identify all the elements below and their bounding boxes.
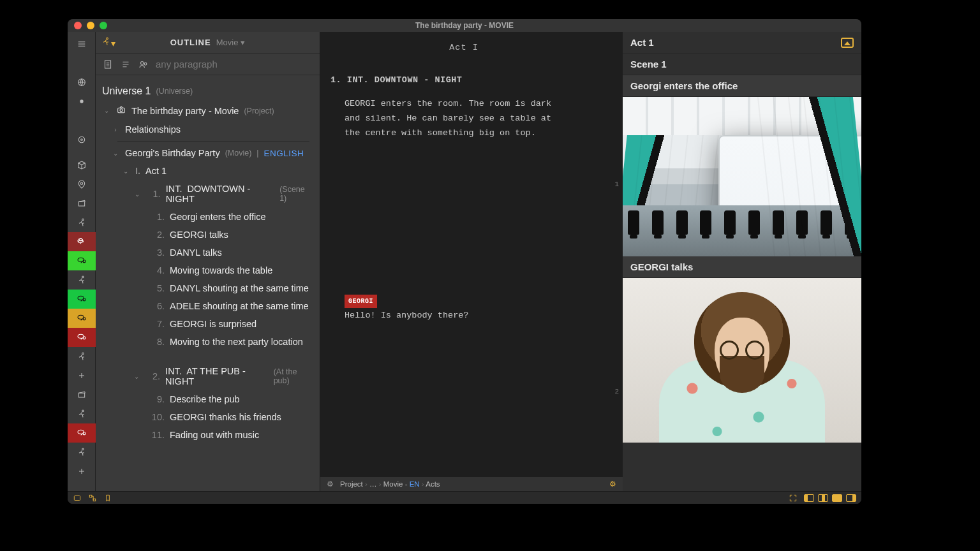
preview-image-portrait[interactable]: [623, 278, 861, 443]
chevron-right-icon[interactable]: ›: [111, 126, 120, 133]
chevron-down-icon[interactable]: ⌄: [133, 191, 141, 198]
outline-tree: Universe 1 (Universe) ⌄ The birthday par…: [96, 75, 320, 491]
fullscreen-icon[interactable]: [789, 494, 798, 503]
running-icon-3[interactable]: [68, 347, 96, 366]
chevron-down-icon[interactable]: ⌄: [102, 107, 111, 114]
preview-card2-header[interactable]: GEORGI talks: [623, 256, 861, 278]
tree-beat[interactable]: 3.DANYL talks: [100, 244, 316, 261]
close-window-button[interactable]: [74, 22, 82, 29]
breadcrumb: Project › … › Movie - EN › Acts: [340, 480, 440, 488]
tree-scene-1[interactable]: ⌄ 1. INT. DOWNTOWN - NIGHT (Scene 1): [100, 180, 316, 208]
preview-panel: Act 1 Scene 1 Georgi enters the office: [623, 32, 861, 491]
scene-slate-icon-2[interactable]: [68, 385, 96, 404]
add-icon-2[interactable]: [68, 462, 96, 481]
page-number-2: 2: [614, 386, 619, 398]
tree-beat[interactable]: 10.GEORGI thanks his friends: [100, 408, 316, 426]
chevron-down-icon[interactable]: ⌄: [121, 168, 130, 175]
add-icon[interactable]: [68, 366, 96, 385]
character-amber-icon[interactable]: [68, 309, 96, 328]
preview-card1-header[interactable]: Georgi enters the office: [623, 75, 861, 97]
character-green2-icon[interactable]: [68, 290, 96, 309]
outline-header: ▾ OUTLINE Movie ▾: [96, 32, 320, 54]
tree-relationships[interactable]: › Relationships: [100, 121, 316, 138]
layout-center-button[interactable]: [818, 494, 828, 502]
editor-dialogue[interactable]: Hello! Is anybody there?: [345, 309, 597, 323]
beat-title: Moving towards the table: [170, 265, 272, 276]
layout-right-button[interactable]: [846, 494, 856, 502]
crumb-project[interactable]: Project: [340, 480, 363, 488]
tree-beat[interactable]: 5.DANYL shouting at the same time: [100, 279, 316, 297]
running-icon-2[interactable]: [68, 270, 96, 290]
preview-scene-label: Scene 1: [630, 59, 667, 70]
svg-rect-19: [78, 393, 84, 397]
running-icon[interactable]: [68, 213, 96, 232]
status-card-icon[interactable]: [73, 494, 82, 503]
status-bookmark-icon[interactable]: [103, 494, 112, 503]
universe-title: Universe 1: [102, 85, 151, 97]
character-darkred-icon[interactable]: [68, 328, 96, 347]
list-view-icon[interactable]: [120, 59, 131, 70]
status-tree-icon[interactable]: [88, 494, 97, 503]
footer-settings-icon[interactable]: ⚙: [327, 480, 334, 489]
character-green-icon[interactable]: [68, 251, 96, 270]
tree-scene-2[interactable]: ⌄ 2. INT. AT THE PUB - NIGHT (At the pub…: [100, 362, 316, 390]
chevron-down-icon: ▾: [241, 38, 245, 47]
scene-slate-icon[interactable]: [68, 194, 96, 213]
tree-beat[interactable]: 11.Fading out with music: [100, 426, 316, 444]
crumb-language[interactable]: EN: [410, 480, 420, 488]
running-icon-5[interactable]: [68, 443, 96, 462]
outline-search-input[interactable]: [156, 59, 313, 70]
movie-language[interactable]: ENGLISH: [264, 149, 304, 158]
tree-universe[interactable]: Universe 1 (Universe): [100, 82, 316, 101]
target-icon[interactable]: [68, 130, 96, 149]
tree-beat[interactable]: 4.Moving towards the table: [100, 261, 316, 279]
tree-project[interactable]: ⌄ The birthday party - Movie (Project): [100, 101, 316, 121]
minimize-window-button[interactable]: [87, 22, 94, 29]
crumb-movie[interactable]: Movie - EN: [383, 480, 420, 488]
preview-act-bar[interactable]: Act 1: [623, 32, 861, 54]
image-toggle-icon[interactable]: [841, 38, 854, 48]
rail-menu-icon[interactable]: [68, 34, 96, 54]
character-red-icon[interactable]: [68, 232, 96, 251]
crumb-acts[interactable]: Acts: [426, 480, 440, 488]
layout-left-button[interactable]: [804, 494, 814, 502]
editor-slugline[interactable]: 1. INT. DOWNTOWN - NIGHT: [330, 73, 597, 88]
crumb-ellipsis[interactable]: …: [369, 480, 377, 488]
outline-scope-dropdown[interactable]: Movie ▾: [216, 38, 246, 47]
preview-scroll[interactable]: GEORGI talks: [623, 97, 861, 491]
window-controls: [68, 22, 107, 29]
running-icon-4[interactable]: [68, 404, 96, 423]
globe-icon[interactable]: [68, 73, 96, 92]
editor-footer: ⚙ Project › … › Movie - EN › Acts ⚙: [320, 477, 623, 491]
tree-beat[interactable]: 1.Georgi enters the office: [100, 208, 316, 226]
script-editor: Act I 1. INT. DOWNTOWN - NIGHT GEORGI en…: [320, 32, 623, 491]
page-view-icon[interactable]: [102, 59, 114, 70]
people-filter-icon[interactable]: [138, 59, 149, 70]
chevron-down-icon[interactable]: ⌄: [111, 150, 120, 157]
dot-icon[interactable]: [68, 92, 96, 111]
tree-act[interactable]: ⌄ I. Act 1: [100, 162, 316, 180]
beat-title: Fading out with music: [170, 430, 259, 440]
layout-full-button[interactable]: [832, 494, 842, 502]
tree-beat[interactable]: 9.Describe the pub: [100, 390, 316, 408]
svg-point-34: [144, 62, 147, 65]
preview-scene-bar[interactable]: Scene 1: [623, 54, 861, 75]
character-darkred2-icon[interactable]: [68, 423, 96, 443]
tree-movie[interactable]: ⌄ Georgi's Birthday Party (Movie) | ENGL…: [100, 144, 316, 162]
beat-title: Georgi enters the office: [170, 212, 265, 222]
runner-gold-icon[interactable]: ▾: [101, 36, 115, 48]
tree-beat[interactable]: 2.GEORGI talks: [100, 226, 316, 244]
editor-scroll[interactable]: Act I 1. INT. DOWNTOWN - NIGHT GEORGI en…: [320, 32, 623, 477]
footer-right-gear-icon[interactable]: ⚙: [609, 480, 616, 489]
pin-icon[interactable]: [68, 175, 96, 194]
cube-icon[interactable]: [68, 156, 96, 175]
zoom-window-button[interactable]: [100, 22, 107, 29]
character-badge[interactable]: GEORGI: [345, 295, 377, 308]
beat-title: Describe the pub: [170, 394, 240, 404]
tree-beat[interactable]: 7.GEORGI is surprised: [100, 315, 316, 333]
editor-action[interactable]: GEORGI enters the room. The room is dark…: [345, 97, 561, 141]
tree-beat[interactable]: 8.Moving to the next party location: [100, 333, 316, 351]
chevron-down-icon[interactable]: ⌄: [133, 373, 141, 380]
preview-image-office[interactable]: [623, 97, 861, 256]
tree-beat[interactable]: 6.ADELE shouting at the same time: [100, 297, 316, 315]
